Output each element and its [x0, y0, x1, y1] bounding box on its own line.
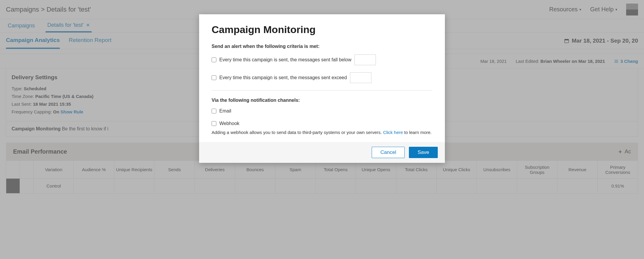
modal-title: Campaign Monitoring	[212, 24, 432, 35]
checkbox-below[interactable]	[212, 57, 216, 62]
helper-suffix: to learn more.	[403, 130, 432, 135]
checkbox-exceed[interactable]	[212, 75, 216, 80]
option-below: Every time this campaign is sent, the me…	[212, 54, 432, 65]
cancel-button[interactable]: Cancel	[372, 147, 405, 158]
option-email-text: Email	[219, 108, 231, 114]
channels-label: Via the following notification channels:	[212, 98, 432, 103]
checkbox-email[interactable]	[212, 109, 216, 113]
helper-link[interactable]: Click here	[383, 130, 403, 135]
webhook-helper: Adding a webhook allows you to send data…	[212, 129, 432, 136]
modal-divider	[212, 90, 432, 91]
criteria-label: Send an alert when the following criteri…	[212, 44, 432, 49]
option-webhook: Webhook	[212, 121, 432, 126]
input-exceed-threshold[interactable]	[350, 72, 371, 83]
campaign-monitoring-modal: Campaign Monitoring Send an alert when t…	[199, 14, 445, 163]
option-exceed-text: Every time this campaign is sent, the me…	[219, 75, 347, 80]
option-below-text: Every time this campaign is sent, the me…	[219, 57, 351, 63]
option-email: Email	[212, 108, 432, 114]
input-below-threshold[interactable]	[354, 54, 376, 65]
checkbox-webhook[interactable]	[212, 121, 216, 126]
save-button[interactable]: Save	[409, 147, 438, 158]
option-webhook-text: Webhook	[219, 121, 239, 126]
helper-prefix: Adding a webhook allows you to send data…	[212, 130, 383, 135]
option-exceed: Every time this campaign is sent, the me…	[212, 72, 432, 83]
